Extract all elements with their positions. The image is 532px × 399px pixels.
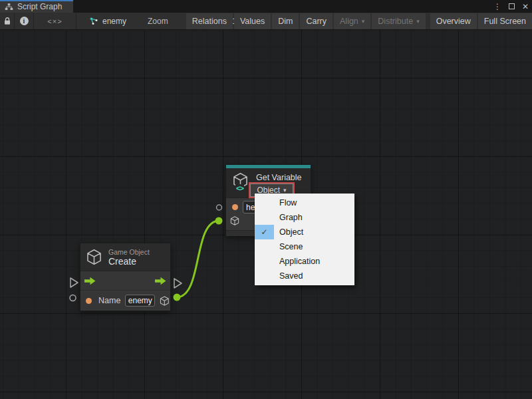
menu-item-saved[interactable]: Saved: [255, 269, 354, 283]
align-button[interactable]: Align ▾: [334, 13, 370, 29]
create-node-header: Game Object Create: [80, 243, 170, 271]
title-bar: Script Graph ⋮ ✕: [0, 0, 532, 13]
create-node[interactable]: Game Object Create Name: [80, 243, 171, 311]
scope-menu: Flow Graph ✓ Object Scene Application Sa…: [255, 194, 354, 285]
graph-icon: [89, 17, 98, 25]
check-gutter: ✓: [255, 225, 274, 239]
graph-toolbar: i <×> enemy Zoom 1x Relations Values Dim…: [0, 13, 532, 30]
script-graph-icon: [5, 3, 13, 11]
zoom-label: Zoom: [148, 17, 168, 26]
name-port-row: Name: [80, 291, 170, 311]
overview-button[interactable]: Overview: [430, 13, 477, 29]
info-button[interactable]: i: [15, 13, 34, 29]
dim-button[interactable]: Dim: [272, 13, 299, 29]
value-port-dot-icon: [232, 204, 238, 210]
object-target-port[interactable]: [215, 217, 223, 225]
menu-item-application[interactable]: Application: [255, 254, 354, 269]
chevron-down-icon: ▾: [283, 187, 287, 194]
checkmark-icon: ✓: [261, 227, 267, 237]
check-gutter: [255, 210, 274, 225]
tab-title: Script Graph: [17, 1, 62, 11]
flow-port-row: [80, 271, 170, 291]
value-port-dot-icon: [86, 298, 92, 304]
node-category: Game Object: [108, 248, 150, 257]
maximize-icon[interactable]: [509, 3, 515, 9]
check-gutter: [255, 269, 274, 283]
values-button[interactable]: Values: [234, 13, 271, 29]
relations-button[interactable]: Relations: [186, 13, 233, 29]
chevron-down-icon: ▾: [362, 18, 365, 25]
code-preview-button[interactable]: <×>: [34, 13, 76, 29]
code-preview-icon: <×>: [47, 17, 62, 25]
distribute-button[interactable]: Distribute ▾: [372, 13, 425, 29]
flow-out-arrow-icon: [155, 277, 166, 285]
gameobject-output-port[interactable]: [174, 294, 181, 301]
cube-icon: [85, 248, 103, 266]
info-icon: i: [20, 17, 29, 25]
close-icon[interactable]: ✕: [522, 3, 529, 11]
node-title: Create: [108, 257, 150, 267]
tab-script-graph[interactable]: Script Graph: [0, 0, 73, 13]
object-target-cube-icon: [229, 215, 240, 226]
name-input[interactable]: [125, 295, 155, 307]
check-gutter: [255, 239, 274, 254]
menu-item-graph[interactable]: Graph: [255, 210, 354, 225]
chevron-down-icon: ▾: [416, 18, 420, 25]
name-port-label: Name: [98, 296, 120, 305]
graph-name: enemy: [102, 17, 126, 26]
flow-in-arrow-icon: [84, 277, 96, 285]
lock-button[interactable]: [0, 13, 15, 29]
menu-item-flow[interactable]: Flow: [255, 196, 354, 210]
menu-item-object[interactable]: ✓ Object: [255, 225, 354, 239]
node-title: Get Variable: [256, 173, 302, 182]
carry-button[interactable]: Carry: [300, 13, 332, 29]
menu-item-scene[interactable]: Scene: [255, 239, 354, 254]
code-brackets-icon: <>: [235, 184, 244, 192]
graph-breadcrumb[interactable]: enemy: [89, 13, 126, 29]
lock-icon: [3, 17, 11, 25]
full-screen-button[interactable]: Full Screen: [478, 13, 532, 29]
check-gutter: [255, 254, 274, 269]
gameobject-output-cube-icon: [159, 295, 170, 307]
window-menu-icon[interactable]: ⋮: [493, 3, 501, 11]
check-gutter: [255, 196, 274, 210]
